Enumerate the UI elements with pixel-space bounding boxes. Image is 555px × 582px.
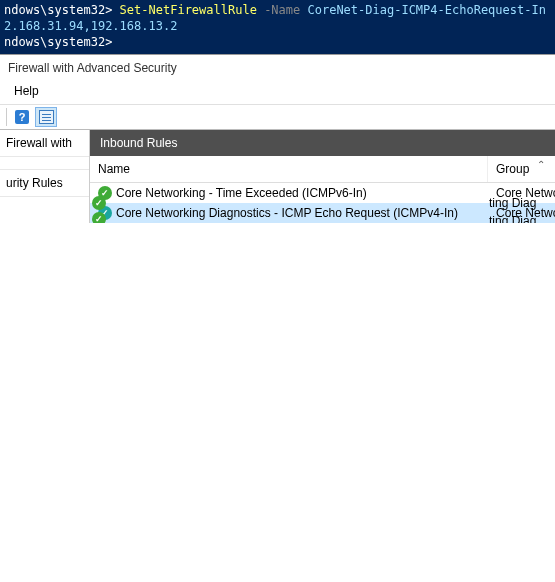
status-icon: ✓	[92, 196, 106, 210]
list-icon	[39, 110, 54, 124]
column-headers[interactable]: Name Group⌃	[90, 156, 555, 183]
help-icon	[15, 110, 29, 124]
menu-help[interactable]: Help	[8, 81, 45, 101]
view-list-button[interactable]	[35, 107, 57, 127]
col-group[interactable]: Group⌃	[488, 156, 555, 182]
window-title: Firewall with Advanced Security	[0, 54, 555, 79]
status-icon: ✓	[92, 212, 106, 223]
tree-item[interactable]: urity Rules	[0, 170, 89, 197]
tree-item[interactable]: Firewall with	[0, 130, 89, 157]
toolbar	[0, 104, 555, 130]
peek-left: ✓✓✓✓✓✓✓✓✓✓✓✓	[90, 194, 110, 223]
tree-item[interactable]	[0, 157, 89, 170]
menu-bar: Help	[0, 79, 555, 104]
peek-right: ting Diagting Diagting Diagting Diagmiza…	[485, 194, 555, 223]
sort-indicator-icon: ⌃	[537, 159, 545, 170]
powershell-console: ndows\system32> Set-NetFirewallRule -Nam…	[0, 0, 555, 54]
col-name[interactable]: Name	[90, 156, 488, 182]
toolbar-separator	[6, 108, 7, 126]
left-tree[interactable]: Firewall with urity Rules	[0, 130, 90, 223]
main-area: Firewall with urity Rules Inbound Rules …	[0, 130, 555, 223]
pane-header: Inbound Rules	[90, 130, 555, 156]
help-button[interactable]	[11, 107, 33, 127]
rules-pane: Inbound Rules Name Group⌃ ✓Core Networki…	[90, 130, 555, 223]
